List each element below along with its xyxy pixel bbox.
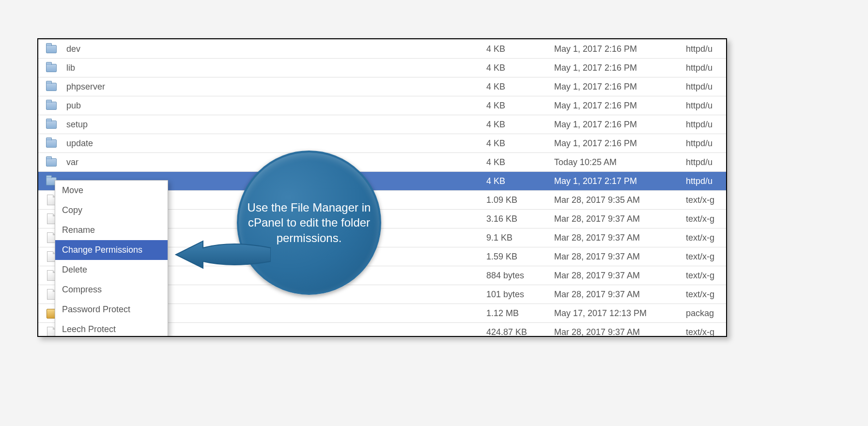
file-date: Mar 28, 2017 9:37 AM — [552, 285, 684, 304]
file-type: httpd/u — [684, 153, 726, 172]
file-size: 4 KB — [484, 172, 552, 191]
file-date: Today 10:25 AM — [552, 153, 684, 172]
file-date: Mar 28, 2017 9:37 AM — [552, 210, 684, 228]
file-name: pub — [64, 96, 484, 115]
file-date: May 1, 2017 2:16 PM — [552, 115, 684, 134]
file-size: 4 KB — [484, 96, 552, 115]
context-menu-item[interactable]: Leech Protect — [55, 320, 168, 337]
context-menu-item[interactable]: Delete — [55, 260, 168, 280]
table-row[interactable]: update4 KBMay 1, 2017 2:16 PMhttpd/u — [38, 134, 726, 153]
table-row[interactable]: setup4 KBMay 1, 2017 2:16 PMhttpd/u — [38, 115, 726, 134]
file-size: 1.59 KB — [484, 247, 552, 266]
folder-icon — [46, 45, 57, 53]
file-type: httpd/u — [684, 134, 726, 153]
folder-icon — [46, 83, 57, 91]
file-date: Mar 28, 2017 9:35 AM — [552, 191, 684, 210]
file-date: Mar 28, 2017 9:37 AM — [552, 247, 684, 266]
file-type: text/x-g — [684, 323, 726, 337]
file-type: httpd/u — [684, 59, 726, 77]
table-row[interactable]: phpserver4 KBMay 1, 2017 2:16 PMhttpd/u — [38, 77, 726, 96]
folder-icon — [46, 158, 57, 167]
file-date: May 1, 2017 2:16 PM — [552, 40, 684, 59]
file-size: 884 bytes — [484, 266, 552, 285]
context-menu-item[interactable]: Move — [55, 181, 168, 200]
file-size: 424.87 KB — [484, 323, 552, 337]
file-size: 4 KB — [484, 153, 552, 172]
file-type: text/x-g — [684, 285, 726, 304]
file-date: Mar 28, 2017 9:37 AM — [552, 323, 684, 337]
context-menu-item[interactable]: Compress — [55, 280, 168, 300]
file-size: 1.12 MB — [484, 304, 552, 323]
context-menu-item[interactable]: Copy — [55, 200, 168, 220]
context-menu-item[interactable]: Change Permissions — [55, 240, 168, 260]
file-name: dev — [64, 40, 484, 59]
context-menu: MoveCopyRenameChange PermissionsDeleteCo… — [55, 180, 168, 337]
file-date: Mar 28, 2017 9:37 AM — [552, 266, 684, 285]
file-manager-panel: dev4 KBMay 1, 2017 2:16 PMhttpd/ulib4 KB… — [37, 38, 727, 337]
context-menu-item[interactable]: Password Protect — [55, 300, 168, 320]
file-type: text/x-g — [684, 210, 726, 228]
file-date: Mar 28, 2017 9:37 AM — [552, 228, 684, 247]
file-type: httpd/u — [684, 40, 726, 59]
file-type: httpd/u — [684, 172, 726, 191]
table-row[interactable]: dev4 KBMay 1, 2017 2:16 PMhttpd/u — [38, 40, 726, 59]
file-type: httpd/u — [684, 115, 726, 134]
table-row[interactable]: pub4 KBMay 1, 2017 2:16 PMhttpd/u — [38, 96, 726, 115]
file-size: 4 KB — [484, 59, 552, 77]
file-size: 1.09 KB — [484, 191, 552, 210]
file-date: May 1, 2017 2:16 PM — [552, 59, 684, 77]
file-type: text/x-g — [684, 247, 726, 266]
table-row[interactable]: lib4 KBMay 1, 2017 2:16 PMhttpd/u — [38, 59, 726, 77]
folder-icon — [46, 139, 57, 148]
file-date: May 1, 2017 2:16 PM — [552, 134, 684, 153]
file-size: 3.16 KB — [484, 210, 552, 228]
file-name: update — [64, 134, 484, 153]
file-date: May 17, 2017 12:13 PM — [552, 304, 684, 323]
file-type: httpd/u — [684, 77, 726, 96]
file-type: text/x-g — [684, 191, 726, 210]
file-name: setup — [64, 115, 484, 134]
folder-icon — [46, 102, 57, 110]
file-size: 4 KB — [484, 134, 552, 153]
folder-icon — [46, 64, 57, 72]
file-size: 4 KB — [484, 40, 552, 59]
file-type: text/x-g — [684, 228, 726, 247]
file-type: text/x-g — [684, 266, 726, 285]
folder-icon — [46, 121, 57, 129]
file-name: phpserver — [64, 77, 484, 96]
file-size: 9.1 KB — [484, 228, 552, 247]
table-row[interactable]: var4 KBToday 10:25 AMhttpd/u — [38, 153, 726, 172]
file-date: May 1, 2017 2:16 PM — [552, 77, 684, 96]
file-name: lib — [64, 59, 484, 77]
file-size: 4 KB — [484, 77, 552, 96]
file-size: 4 KB — [484, 115, 552, 134]
file-type: packag — [684, 304, 726, 323]
file-name: var — [64, 153, 484, 172]
file-size: 101 bytes — [484, 285, 552, 304]
file-date: May 1, 2017 2:16 PM — [552, 96, 684, 115]
context-menu-item[interactable]: Rename — [55, 220, 168, 240]
file-date: May 1, 2017 2:17 PM — [552, 172, 684, 191]
file-type: httpd/u — [684, 96, 726, 115]
stage: dev4 KBMay 1, 2017 2:16 PMhttpd/ulib4 KB… — [0, 0, 868, 426]
